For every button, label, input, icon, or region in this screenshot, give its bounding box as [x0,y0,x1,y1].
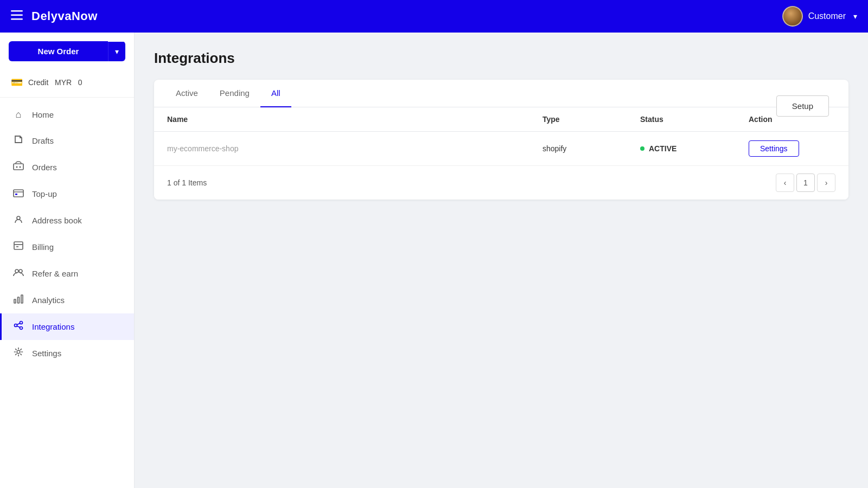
billing-icon [12,241,24,253]
svg-point-4 [16,166,18,168]
svg-point-17 [15,324,17,327]
svg-rect-14 [14,299,16,303]
analytics-icon [12,294,24,306]
pagination-row: 1 of 1 Items ‹ 1 › [154,166,848,200]
svg-point-12 [15,269,18,273]
hamburger-icon[interactable] [11,10,23,23]
svg-point-5 [20,166,21,168]
username-label: Customer [808,11,846,21]
header-status: Status [640,115,749,124]
sidebar-item-integrations-label: Integrations [32,322,74,331]
refer-earn-icon [12,267,24,280]
sidebar-item-address-book[interactable]: Address book [0,207,134,234]
new-order-dropdown-button[interactable]: ▾ [108,42,125,61]
user-menu[interactable]: Customer ▾ [782,6,857,27]
svg-rect-16 [21,295,23,303]
new-order-main-button[interactable]: New Order [9,41,108,61]
row-settings-button[interactable]: Settings [749,140,799,157]
header-type: Type [542,115,640,124]
pagination-next-button[interactable]: › [817,174,835,192]
home-icon: ⌂ [12,109,24,120]
svg-point-8 [17,216,20,220]
svg-rect-7 [15,194,17,195]
sidebar-item-address-book-label: Address book [32,216,82,225]
sidebar-item-integrations[interactable]: Integrations [0,313,134,340]
sidebar-item-orders[interactable]: Orders [0,154,134,181]
credit-card-icon: 💳 [11,76,23,88]
sidebar-item-home-label: Home [32,110,54,119]
sidebar-item-billing-label: Billing [32,242,54,252]
main-content: Integrations Setup Active Pending All Na… [135,33,868,488]
svg-point-19 [20,327,23,330]
table-row: my-ecommerce-shop shopify ACTIVE Setting… [154,132,848,166]
svg-rect-9 [14,242,23,249]
avatar [782,6,803,27]
table-header: Name Type Status Action [154,107,848,132]
sidebar-item-drafts[interactable]: Drafts [0,127,134,154]
pagination-info: 1 of 1 Items [167,178,207,187]
settings-icon [12,347,24,359]
sidebar-item-refer-earn[interactable]: Refer & earn [0,260,134,287]
drafts-icon [12,134,24,147]
row-status: ACTIVE [640,144,749,153]
row-type: shopify [542,144,640,153]
topup-icon [12,188,24,200]
sidebar-item-refer-earn-label: Refer & earn [32,269,78,278]
sidebar-item-billing[interactable]: Billing [0,234,134,260]
sidebar-item-topup-label: Top-up [32,189,57,198]
new-order-button[interactable]: New Order ▾ [9,41,125,61]
pagination-prev-button[interactable]: ‹ [776,174,794,192]
content-wrapper: Integrations Setup Active Pending All Na… [154,50,848,200]
svg-rect-1 [11,14,23,16]
tab-pending[interactable]: Pending [209,80,260,107]
tabs-bar: Active Pending All [154,80,848,107]
row-name: my-ecommerce-shop [167,144,542,153]
row-action: Settings [749,140,835,157]
credit-display: 💳 Credit MYR 0 [0,72,134,98]
sidebar-item-orders-label: Orders [32,163,57,172]
svg-rect-2 [11,18,23,20]
svg-rect-3 [14,164,23,170]
sidebar-item-settings-label: Settings [32,349,61,358]
svg-rect-15 [18,297,20,303]
setup-button[interactable]: Setup [776,95,829,117]
address-book-icon [12,214,24,227]
integrations-icon [12,320,24,333]
svg-rect-0 [11,10,23,12]
sidebar-item-home[interactable]: ⌂ Home [0,102,134,127]
tab-all[interactable]: All [260,80,291,107]
header-name: Name [167,115,542,124]
orders-icon [12,161,24,174]
sidebar-item-analytics-label: Analytics [32,296,65,305]
pagination-page-1-button[interactable]: 1 [796,174,815,192]
logo: DelyvaNow [31,9,782,23]
svg-line-21 [17,326,20,328]
tab-active[interactable]: Active [165,80,209,107]
status-label: ACTIVE [649,144,676,153]
status-dot [640,146,644,151]
svg-rect-6 [14,190,23,197]
svg-point-13 [19,269,22,273]
svg-line-20 [17,323,20,325]
sidebar-item-topup[interactable]: Top-up [0,181,134,207]
svg-point-22 [17,350,20,354]
pagination-controls: ‹ 1 › [776,174,835,192]
sidebar-item-settings[interactable]: Settings [0,340,134,367]
user-chevron-icon: ▾ [853,12,857,21]
svg-point-18 [20,322,23,324]
sidebar-nav: ⌂ Home Drafts Orders [0,102,134,367]
credit-label: Credit MYR 0 [28,78,82,87]
sidebar-item-drafts-label: Drafts [32,136,54,145]
page-title: Integrations [154,50,848,67]
topnav: DelyvaNow Customer ▾ [0,0,868,33]
sidebar-item-analytics[interactable]: Analytics [0,287,134,313]
integrations-card: Active Pending All Name Type Status Acti… [154,80,848,200]
sidebar: New Order ▾ 💳 Credit MYR 0 ⌂ Home Drafts [0,33,135,488]
